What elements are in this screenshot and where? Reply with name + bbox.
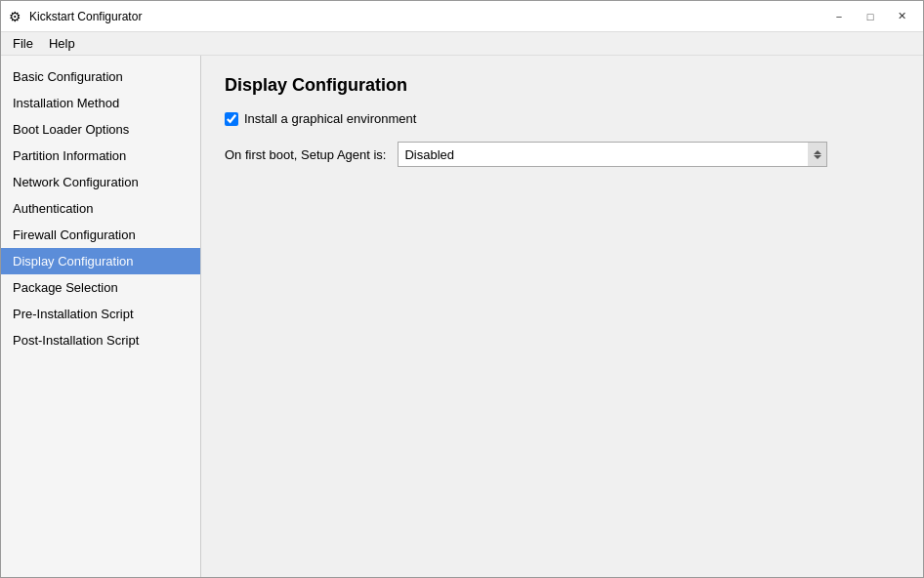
setup-agent-select-container: Disabled Enabled, but not required Enabl… <box>398 142 827 167</box>
sidebar-item-authentication[interactable]: Authentication <box>1 195 200 222</box>
minimize-button[interactable]: − <box>825 7 853 26</box>
graphical-env-checkbox[interactable] <box>225 112 238 126</box>
sidebar: Basic Configuration Installation Method … <box>1 56 201 577</box>
sidebar-item-partition-information[interactable]: Partition Information <box>1 143 200 169</box>
setup-agent-select[interactable]: Disabled Enabled, but not required Enabl… <box>398 142 827 167</box>
sidebar-item-package-selection[interactable]: Package Selection <box>1 274 200 301</box>
sidebar-item-installation-method[interactable]: Installation Method <box>1 90 200 116</box>
maximize-button[interactable]: □ <box>857 7 884 26</box>
graphical-env-row: Install a graphical environment <box>225 111 900 126</box>
sidebar-item-basic-configuration[interactable]: Basic Configuration <box>1 63 200 90</box>
setup-agent-row: On first boot, Setup Agent is: Disabled … <box>225 142 900 167</box>
sidebar-item-firewall-configuration[interactable]: Firewall Configuration <box>1 222 200 248</box>
window-title: Kickstart Configurator <box>29 10 142 23</box>
app-icon: ⚙ <box>9 9 21 24</box>
sidebar-item-boot-loader-options[interactable]: Boot Loader Options <box>1 116 200 143</box>
title-bar-controls: − □ ✕ <box>825 7 915 26</box>
sidebar-item-post-installation-script[interactable]: Post-Installation Script <box>1 327 200 353</box>
setup-agent-label: On first boot, Setup Agent is: <box>225 147 386 162</box>
main-content: Display Configuration Install a graphica… <box>201 56 923 577</box>
content-area: Basic Configuration Installation Method … <box>1 56 923 577</box>
close-button[interactable]: ✕ <box>888 7 915 26</box>
title-bar: ⚙ Kickstart Configurator − □ ✕ <box>1 1 923 32</box>
main-window: ⚙ Kickstart Configurator − □ ✕ File Help… <box>0 0 924 578</box>
page-title: Display Configuration <box>225 75 900 96</box>
menu-bar: File Help <box>1 32 923 56</box>
menu-help[interactable]: Help <box>41 34 83 53</box>
sidebar-item-pre-installation-script[interactable]: Pre-Installation Script <box>1 301 200 327</box>
graphical-env-label: Install a graphical environment <box>244 111 416 126</box>
title-bar-left: ⚙ Kickstart Configurator <box>9 9 142 24</box>
sidebar-item-network-configuration[interactable]: Network Configuration <box>1 169 200 195</box>
sidebar-item-display-configuration[interactable]: Display Configuration <box>1 248 200 274</box>
menu-file[interactable]: File <box>5 34 41 53</box>
